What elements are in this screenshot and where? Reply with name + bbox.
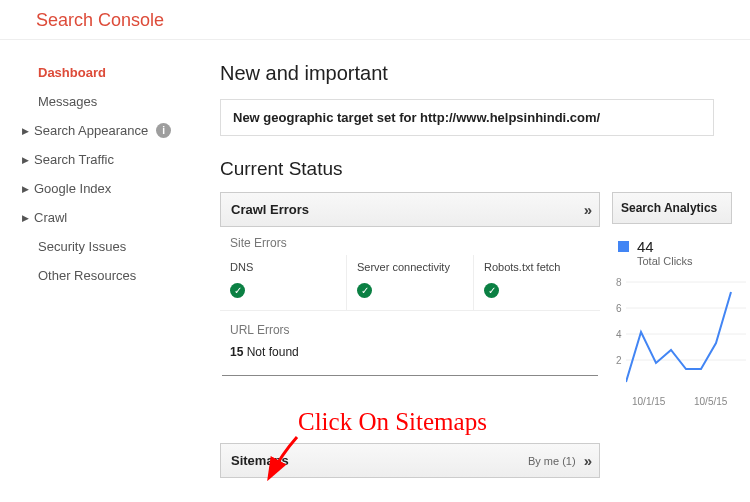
annotation-text: Click On Sitemaps: [298, 408, 487, 436]
chevron-right-icon: ▶: [22, 184, 30, 194]
nav-search-traffic[interactable]: ▶ Search Traffic: [18, 145, 190, 174]
site-errors-row: DNS ✓ Server connectivity ✓ Robots.txt f…: [220, 255, 600, 311]
search-analytics-panel: Search Analytics 44 Total Clicks 8 6 4 2: [612, 192, 732, 478]
panel-title: Crawl Errors: [231, 202, 309, 217]
current-status-heading: Current Status: [220, 158, 750, 180]
app-header: Search Console: [0, 0, 750, 40]
y-tick: 2: [616, 355, 622, 366]
app-title: Search Console: [36, 10, 734, 31]
nav-label: Google Index: [34, 181, 111, 196]
chevron-double-right-icon: »: [584, 452, 589, 469]
check-icon: ✓: [357, 283, 372, 298]
new-important-heading: New and important: [220, 62, 750, 85]
y-tick: 4: [616, 329, 622, 340]
nav-dashboard[interactable]: Dashboard: [18, 58, 190, 87]
chevron-double-right-icon: »: [584, 201, 589, 218]
x-tick: 10/1/15: [632, 396, 665, 407]
sitemaps-byme: By me (1) »: [528, 452, 589, 469]
nav-security-issues[interactable]: Security Issues: [18, 232, 190, 261]
notice-message[interactable]: New geographic target set for http://www…: [220, 99, 714, 136]
nav-search-appearance[interactable]: ▶ Search Appearance i: [18, 116, 190, 145]
info-icon[interactable]: i: [156, 123, 171, 138]
metric-value: 44: [637, 238, 693, 255]
url-errors-label: URL Errors: [230, 323, 590, 337]
nav-label: Search Appearance: [34, 123, 148, 138]
url-errors-section: URL Errors 15 Not found: [220, 311, 600, 375]
chart-svg: [626, 277, 746, 387]
nav-label: Search Traffic: [34, 152, 114, 167]
nav-messages[interactable]: Messages: [18, 87, 190, 116]
site-errors-label: Site Errors: [220, 227, 600, 255]
server-label: Server connectivity: [357, 261, 463, 273]
not-found-label: Not found: [243, 345, 298, 359]
total-clicks-metric: 44 Total Clicks: [612, 224, 732, 277]
not-found-count: 15: [230, 345, 243, 359]
nav-other-resources[interactable]: Other Resources: [18, 261, 190, 290]
y-tick: 8: [616, 277, 622, 288]
nav-google-index[interactable]: ▶ Google Index: [18, 174, 190, 203]
x-tick: 10/5/15: [694, 396, 727, 407]
robots-label: Robots.txt fetch: [484, 261, 590, 273]
chevron-right-icon: ▶: [22, 213, 30, 223]
legend-color-icon: [618, 241, 629, 252]
chevron-right-icon: ▶: [22, 155, 30, 165]
check-icon: ✓: [230, 283, 245, 298]
sidebar: Dashboard Messages ▶ Search Appearance i…: [0, 40, 190, 478]
check-icon: ✓: [484, 283, 499, 298]
byme-label: By me (1): [528, 455, 576, 467]
crawl-errors-header[interactable]: Crawl Errors »: [220, 192, 600, 227]
metric-label: Total Clicks: [637, 255, 693, 267]
nav-label: Crawl: [34, 210, 67, 225]
dns-status-cell[interactable]: DNS ✓: [220, 255, 347, 310]
nav-crawl[interactable]: ▶ Crawl: [18, 203, 190, 232]
clicks-chart: 8 6 4 2 10/1/15 10/5/15: [612, 277, 732, 407]
robots-status-cell[interactable]: Robots.txt fetch ✓: [474, 255, 600, 310]
search-analytics-header[interactable]: Search Analytics: [612, 192, 732, 224]
y-tick: 6: [616, 303, 622, 314]
chevron-right-icon: ▶: [22, 126, 30, 136]
server-status-cell[interactable]: Server connectivity ✓: [347, 255, 474, 310]
dns-label: DNS: [230, 261, 336, 273]
not-found-row[interactable]: 15 Not found: [230, 345, 590, 359]
annotation-arrow-icon: [262, 434, 302, 484]
